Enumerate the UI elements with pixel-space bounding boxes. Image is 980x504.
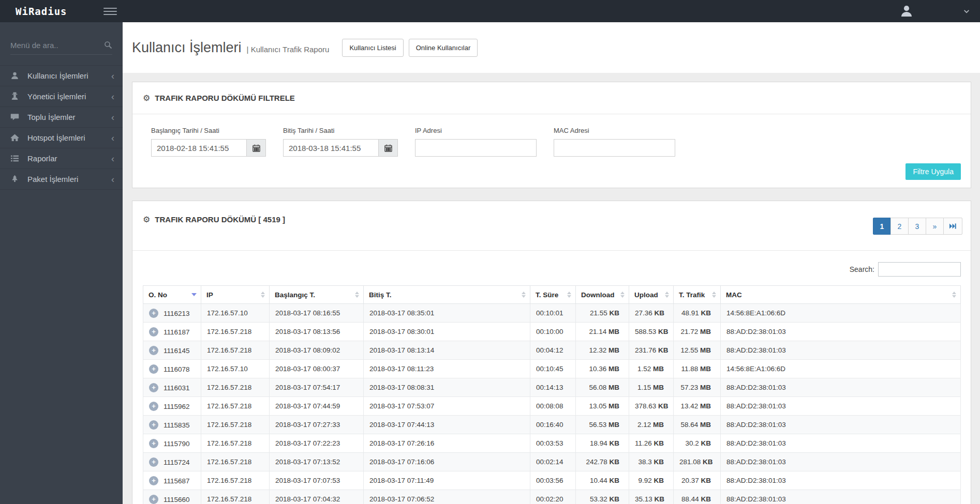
sidebar-toggle-icon[interactable] bbox=[103, 6, 117, 17]
chevron-left-icon: ‹ bbox=[111, 175, 114, 184]
expand-row-button[interactable]: + bbox=[149, 309, 158, 318]
table-row: +1116187172.16.57.2182018-03-17 08:13:56… bbox=[143, 323, 961, 341]
column-header-ba-lang-t-[interactable]: Başlangıç T. bbox=[270, 286, 364, 304]
cell-traffic: 21.72 MB bbox=[674, 323, 721, 341]
column-header-ip[interactable]: IP bbox=[201, 286, 270, 304]
calendar-button[interactable] bbox=[247, 139, 266, 157]
cell-start: 2018-03-17 08:09:02 bbox=[270, 341, 364, 360]
app-logo[interactable]: WiRadius bbox=[0, 6, 88, 17]
calendar-icon bbox=[253, 144, 260, 152]
cell-end: 2018-03-17 08:08:31 bbox=[364, 378, 530, 397]
cell-duration: 00:10:00 bbox=[530, 323, 576, 341]
cell-end: 2018-03-17 07:44:13 bbox=[364, 416, 530, 434]
search-icon[interactable] bbox=[104, 41, 112, 49]
column-header-t-s-re[interactable]: T. Süre bbox=[530, 286, 576, 304]
expand-row-button[interactable]: + bbox=[149, 457, 158, 467]
expand-row-button[interactable]: + bbox=[149, 327, 158, 337]
cell-traffic: 57.23 MB bbox=[674, 378, 721, 397]
cell-duration: 00:03:53 bbox=[530, 434, 576, 453]
pagination-page-3[interactable]: 3 bbox=[908, 218, 926, 235]
cell-download: 12.32 MB bbox=[576, 341, 629, 360]
sidebar-item-raporlar[interactable]: Raporlar ‹ bbox=[0, 148, 123, 169]
cell-duration: 00:16:40 bbox=[530, 416, 576, 434]
cell-traffic: 30.2 KB bbox=[674, 434, 721, 453]
cell-duration: 00:02:14 bbox=[530, 453, 576, 471]
expand-row-button[interactable]: + bbox=[149, 420, 158, 430]
cell-ip: 172.16.57.218 bbox=[201, 323, 270, 341]
apply-filter-button[interactable]: Filtre Uygula bbox=[905, 163, 961, 180]
sidebar-item-label: Raporlar bbox=[27, 154, 57, 163]
pagination-last-button[interactable] bbox=[943, 218, 962, 235]
cell-ono: +1115660 bbox=[143, 490, 201, 504]
cell-mac: 14:56:8E:A1:06:6D bbox=[721, 360, 961, 378]
sidebar-item-yonetici-islemleri[interactable]: Yönetici İşlemleri ‹ bbox=[0, 86, 123, 107]
ip-address-input[interactable] bbox=[415, 139, 537, 157]
sidebar: Kullanıcı İşlemleri ‹ Yönetici İşlemleri… bbox=[0, 22, 123, 504]
cell-duration: 00:10:45 bbox=[530, 360, 576, 378]
cell-upload: 2.12 MB bbox=[629, 416, 674, 434]
filter-panel-heading: ⚙ TRAFIK RAPORU DÖKÜMÜ FILTRELE bbox=[132, 82, 971, 114]
sidebar-item-hotspot-islemleri[interactable]: Hotspot İşlemleri ‹ bbox=[0, 128, 123, 148]
cell-traffic: 20.37 KB bbox=[674, 471, 721, 490]
chevron-down-icon[interactable] bbox=[963, 8, 970, 15]
table-search-input[interactable] bbox=[878, 262, 961, 277]
cell-end: 2018-03-17 08:30:01 bbox=[364, 323, 530, 341]
expand-row-button[interactable]: + bbox=[149, 364, 158, 374]
sidebar-item-toplu-islemler[interactable]: Toplu İşlemler ‹ bbox=[0, 107, 123, 128]
cell-ono: +1115962 bbox=[143, 397, 201, 416]
cell-ip: 172.16.57.218 bbox=[201, 341, 270, 360]
column-header-biti-t-[interactable]: Bitiş T. bbox=[364, 286, 530, 304]
calendar-button[interactable] bbox=[379, 139, 398, 157]
start-datetime-label: Başlangıç Tarihi / Saati bbox=[151, 127, 266, 134]
expand-row-button[interactable]: + bbox=[149, 495, 158, 504]
cell-ono: +1115724 bbox=[143, 453, 201, 471]
cell-traffic: 58.64 MB bbox=[674, 416, 721, 434]
expand-row-button[interactable]: + bbox=[149, 346, 158, 355]
start-datetime-input[interactable] bbox=[151, 139, 247, 157]
column-header-upload[interactable]: Upload bbox=[629, 286, 674, 304]
table-row: +1115962172.16.57.2182018-03-17 07:44:59… bbox=[143, 397, 961, 416]
end-datetime-input[interactable] bbox=[283, 139, 379, 157]
cell-ono: +1115790 bbox=[143, 434, 201, 453]
sidebar-item-label: Toplu İşlemler bbox=[27, 113, 76, 121]
filter-panel: ⚙ TRAFIK RAPORU DÖKÜMÜ FILTRELE Başlangı… bbox=[132, 82, 971, 188]
mac-address-input[interactable] bbox=[554, 139, 675, 157]
page-title: Kullanıcı İşlemleri bbox=[132, 40, 242, 56]
sidebar-search-input[interactable] bbox=[10, 38, 112, 54]
sidebar-item-paket-islemleri[interactable]: Paket İşlemleri ‹ bbox=[0, 169, 123, 190]
cell-start: 2018-03-17 07:27:33 bbox=[270, 416, 364, 434]
sidebar-menu: Kullanıcı İşlemleri ‹ Yönetici İşlemleri… bbox=[0, 65, 123, 190]
cell-ip: 172.16.57.218 bbox=[201, 397, 270, 416]
sort-icon bbox=[665, 292, 669, 298]
cell-end: 2018-03-17 07:16:06 bbox=[364, 453, 530, 471]
pagination-page-2[interactable]: 2 bbox=[890, 218, 909, 235]
cell-download: 13.05 MB bbox=[576, 397, 629, 416]
expand-row-button[interactable]: + bbox=[149, 476, 158, 485]
kullanici-listesi-button[interactable]: Kullanıcı Listesi bbox=[342, 39, 403, 57]
cell-ono: +1115835 bbox=[143, 416, 201, 434]
column-header-mac[interactable]: MAC bbox=[721, 286, 961, 304]
user-profile-icon[interactable] bbox=[900, 5, 913, 18]
cell-start: 2018-03-17 07:04:32 bbox=[270, 490, 364, 504]
sort-icon bbox=[567, 292, 571, 298]
expand-row-button[interactable]: + bbox=[149, 383, 158, 392]
expand-row-button[interactable]: + bbox=[149, 439, 158, 448]
cell-duration: 00:10:01 bbox=[530, 304, 576, 323]
cell-upload: 378.63 KB bbox=[629, 397, 674, 416]
home-icon bbox=[10, 133, 20, 142]
cell-ip: 172.16.57.10 bbox=[201, 360, 270, 378]
ip-address-label: IP Adresi bbox=[415, 127, 537, 134]
online-kullanicilar-button[interactable]: Online Kullanıcılar bbox=[409, 39, 478, 57]
column-header-download[interactable]: Download bbox=[576, 286, 629, 304]
report-panel: ⚙ TRAFIK RAPORU DÖKÜMÜ [ 4519 ] 123» Sea… bbox=[132, 201, 971, 504]
ip-address-group: IP Adresi bbox=[415, 127, 537, 157]
pagination-page-1[interactable]: 1 bbox=[873, 218, 891, 235]
column-header-t-trafik[interactable]: T. Trafik bbox=[674, 286, 721, 304]
expand-row-button[interactable]: + bbox=[149, 402, 158, 411]
sidebar-item-kullanici-islemleri[interactable]: Kullanıcı İşlemleri ‹ bbox=[0, 66, 123, 86]
pagination-next-button[interactable]: » bbox=[926, 218, 944, 235]
end-datetime-group: Bitiş Tarihi / Saati bbox=[283, 127, 398, 157]
cell-download: 56.53 MB bbox=[576, 416, 629, 434]
cell-traffic: 12.55 MB bbox=[674, 341, 721, 360]
column-header-o-no[interactable]: O. No bbox=[143, 286, 201, 304]
